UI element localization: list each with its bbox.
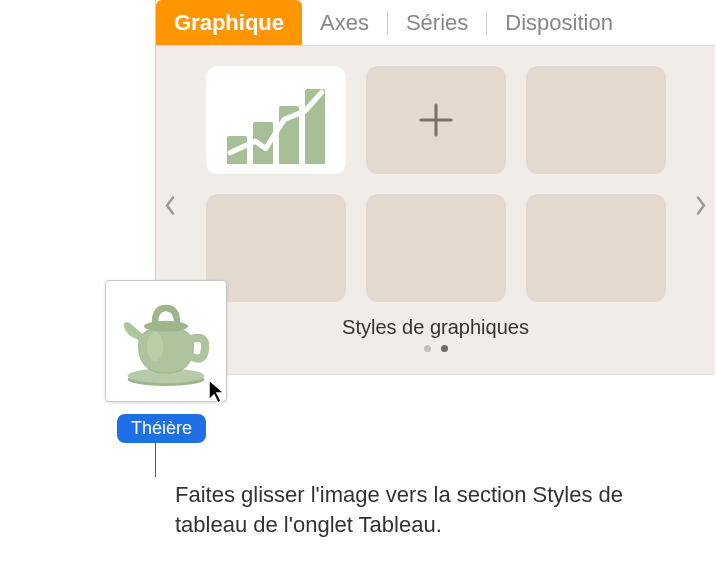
style-preset-chart[interactable] [206, 66, 346, 174]
svg-point-5 [147, 332, 164, 361]
tab-graphique[interactable]: Graphique [156, 0, 302, 45]
bar-chart-icon [216, 76, 336, 164]
chevron-left-icon[interactable] [164, 196, 176, 220]
styles-section-label: Styles de graphiques [166, 316, 705, 339]
chart-styles-area: Styles de graphiques [156, 46, 715, 374]
page-indicator [166, 345, 705, 364]
cursor-icon [206, 378, 230, 406]
svg-point-4 [144, 321, 188, 332]
plus-icon [417, 101, 455, 139]
teapot-icon [111, 286, 221, 396]
chevron-right-icon[interactable] [695, 196, 707, 220]
page-dot[interactable] [424, 345, 431, 352]
page-dot-active[interactable] [441, 345, 448, 352]
tab-bar: Graphique Axes Séries Disposition [156, 0, 715, 46]
tab-series[interactable]: Séries [388, 0, 486, 45]
tab-axes[interactable]: Axes [302, 0, 387, 45]
drag-item-label: Théière [117, 414, 206, 443]
style-add-button[interactable] [366, 66, 506, 174]
tab-disposition[interactable]: Disposition [487, 0, 631, 45]
callout-text: Faites glisser l'image vers la section S… [175, 480, 675, 539]
style-slot-empty[interactable] [526, 66, 666, 174]
style-grid [166, 66, 705, 302]
format-panel: Graphique Axes Séries Disposition [155, 0, 715, 375]
style-slot-empty[interactable] [366, 194, 506, 302]
callout-leader-line [155, 442, 156, 477]
style-slot-empty[interactable] [526, 194, 666, 302]
